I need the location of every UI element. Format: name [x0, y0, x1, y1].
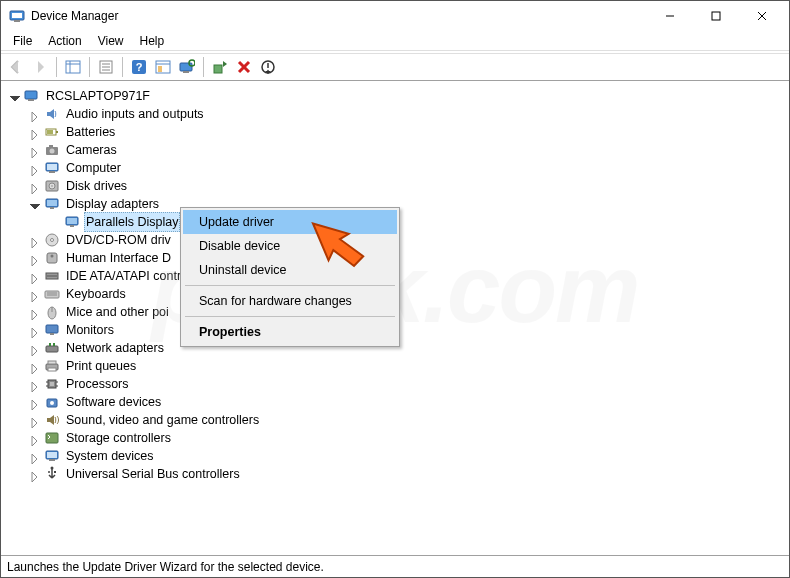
tree-root-node[interactable]: RCSLAPTOP971F [5, 87, 785, 105]
computer-icon [44, 160, 60, 176]
expander-icon[interactable] [29, 181, 40, 192]
toolbar-show-hide-tree-button[interactable] [62, 56, 84, 78]
window-title: Device Manager [31, 9, 118, 23]
tree-node-label: Cameras [64, 141, 119, 159]
expander-icon[interactable] [29, 397, 40, 408]
tree-category-node[interactable]: Cameras [5, 141, 785, 159]
expander-icon[interactable] [29, 379, 40, 390]
ctx-scan-hardware[interactable]: Scan for hardware changes [183, 289, 397, 313]
toolbar-uninstall-button[interactable] [233, 56, 255, 78]
cpu-icon [44, 376, 60, 392]
printer-icon [44, 358, 60, 374]
expander-icon[interactable] [29, 469, 40, 480]
tree-category-node[interactable]: Universal Serial Bus controllers [5, 465, 785, 483]
ctx-properties[interactable]: Properties [183, 320, 397, 344]
tree-category-node[interactable]: Disk drives [5, 177, 785, 195]
toolbar-help-button[interactable]: ? [128, 56, 150, 78]
expander-icon[interactable] [29, 163, 40, 174]
toolbar-action-button[interactable] [152, 56, 174, 78]
usb-icon [44, 466, 60, 482]
expander-icon[interactable] [29, 361, 40, 372]
toolbar-properties-button[interactable] [95, 56, 117, 78]
tree-category-node[interactable]: Audio inputs and outputs [5, 105, 785, 123]
svg-rect-46 [70, 225, 74, 227]
svg-rect-45 [67, 218, 77, 224]
toolbar-forward-button[interactable] [29, 56, 51, 78]
svg-rect-20 [183, 71, 189, 73]
expander-icon[interactable] [29, 145, 40, 156]
keyboard-icon [44, 286, 60, 302]
expander-icon[interactable] [29, 235, 40, 246]
expander-icon[interactable] [29, 127, 40, 138]
close-button[interactable] [739, 1, 785, 31]
svg-rect-77 [49, 459, 55, 461]
toolbar-separator [203, 57, 204, 77]
expander-icon[interactable] [29, 289, 40, 300]
tree-node-label: DVD/CD-ROM driv [64, 231, 173, 249]
expander-icon[interactable] [29, 433, 40, 444]
tree-node-label: Keyboards [64, 285, 128, 303]
tree-category-node[interactable]: Sound, video and game controllers [5, 411, 785, 429]
tree-node-label: Software devices [64, 393, 163, 411]
svg-rect-36 [47, 164, 57, 170]
svg-rect-67 [50, 382, 54, 386]
computer-icon [24, 88, 40, 104]
ctx-separator [185, 316, 395, 317]
svg-rect-61 [49, 343, 51, 346]
svg-point-48 [51, 239, 54, 242]
svg-point-79 [48, 471, 50, 473]
maximize-button[interactable] [693, 1, 739, 31]
toolbar-back-button[interactable] [5, 56, 27, 78]
menu-action[interactable]: Action [40, 32, 89, 50]
svg-point-40 [51, 185, 53, 187]
svg-rect-64 [48, 361, 56, 364]
expander-icon[interactable] [29, 199, 40, 210]
expander-icon[interactable] [29, 415, 40, 426]
tree-category-node[interactable]: Software devices [5, 393, 785, 411]
svg-rect-4 [712, 12, 720, 20]
svg-rect-62 [53, 343, 55, 346]
svg-rect-34 [49, 145, 53, 147]
svg-rect-2 [14, 20, 20, 22]
audio-icon [44, 106, 60, 122]
tree-node-label: Network adapters [64, 339, 166, 357]
svg-rect-19 [180, 63, 192, 71]
svg-rect-22 [214, 65, 222, 73]
tree-category-node[interactable]: Computer [5, 159, 785, 177]
tree-category-node[interactable]: System devices [5, 447, 785, 465]
expander-icon[interactable] [29, 109, 40, 120]
expander-icon[interactable] [29, 343, 40, 354]
menu-view[interactable]: View [90, 32, 132, 50]
menu-help[interactable]: Help [132, 32, 173, 50]
tree-node-label: Computer [64, 159, 123, 177]
svg-rect-18 [158, 66, 162, 72]
expander-icon[interactable] [9, 91, 20, 102]
expander-icon[interactable] [29, 253, 40, 264]
minimize-button[interactable] [647, 1, 693, 31]
tree-node-label: Disk drives [64, 177, 129, 195]
tree-category-node[interactable]: Batteries [5, 123, 785, 141]
battery-icon [44, 124, 60, 140]
mouse-icon [44, 304, 60, 320]
expander-icon[interactable] [29, 451, 40, 462]
tree-category-node[interactable]: Processors [5, 375, 785, 393]
expander-icon[interactable] [29, 271, 40, 282]
expander-icon[interactable] [29, 325, 40, 336]
tree-node-label: Universal Serial Bus controllers [64, 465, 242, 483]
device-manager-icon [9, 8, 25, 24]
toolbar-separator [89, 57, 90, 77]
toolbar-update-button[interactable] [209, 56, 231, 78]
device-tree-pane[interactable]: RCSLAPTOP971F Audio inputs and outputs B… [1, 81, 789, 545]
tree-node-label: Monitors [64, 321, 116, 339]
expander-icon[interactable] [29, 307, 40, 318]
tree-node-label: Sound, video and game controllers [64, 411, 261, 429]
system-icon [44, 448, 60, 464]
toolbar-disable-button[interactable] [257, 56, 279, 78]
toolbar-scan-button[interactable] [176, 56, 198, 78]
menu-file[interactable]: File [5, 32, 40, 50]
ide-icon [44, 268, 60, 284]
tree-category-node[interactable]: Print queues [5, 357, 785, 375]
svg-rect-80 [54, 471, 56, 473]
tree-category-node[interactable]: Storage controllers [5, 429, 785, 447]
tree-node-label: Display adapters [64, 195, 161, 213]
